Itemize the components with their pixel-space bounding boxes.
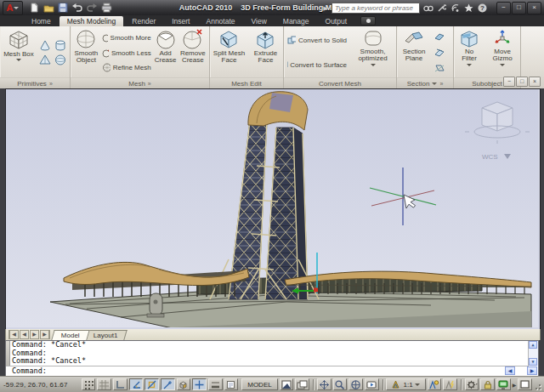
last-layout-button[interactable]: ▶	[40, 330, 50, 339]
communication-center-icon[interactable]	[450, 3, 461, 14]
drawing-minimize-button[interactable]: −	[503, 77, 515, 87]
undo-button[interactable]	[71, 3, 83, 13]
command-input-line[interactable]: Command: ◀ ▶	[6, 366, 538, 376]
osnap-toggle[interactable]	[144, 378, 159, 390]
smooth-more-button[interactable]: Smooth More	[100, 33, 153, 43]
ribbon-minimize-button[interactable]	[360, 16, 376, 26]
smooth-object-button[interactable]: Smooth Object	[72, 28, 100, 77]
panel-expander-icon[interactable]: »	[49, 81, 53, 87]
polar-toggle[interactable]	[129, 378, 144, 390]
application-menu-button[interactable]: A	[3, 1, 23, 15]
mesh-box-button[interactable]: Mesh Box	[2, 28, 36, 77]
quick-view-layouts-button[interactable]	[280, 378, 294, 390]
add-jog-button[interactable]	[434, 45, 445, 60]
mesh-cone-button[interactable]	[38, 39, 52, 52]
prev-layout-button[interactable]: ◀	[20, 330, 29, 339]
lwt-toggle[interactable]	[208, 378, 223, 390]
scroll-up-icon[interactable]: ▲	[529, 341, 537, 349]
remove-crease-button[interactable]: Remove Crease	[178, 28, 207, 77]
show-motion-button[interactable]	[365, 378, 379, 390]
panel-title-convert-mesh[interactable]: Convert Mesh	[284, 77, 396, 88]
next-layout-button[interactable]: ▶	[30, 330, 39, 339]
tab-manage[interactable]: Manage	[275, 16, 317, 26]
pan-button[interactable]	[317, 378, 332, 390]
drawing-restore-button[interactable]: □	[516, 77, 528, 87]
open-file-button[interactable]	[42, 3, 54, 13]
search-arrow-icon[interactable]: ▶	[322, 3, 329, 14]
command-scrollbar[interactable]: ▲ ▼	[528, 341, 538, 366]
drawing-viewport[interactable]: WCS	[5, 88, 541, 330]
panel-title-primitives[interactable]: Primitives »	[0, 77, 70, 88]
tab-model[interactable]: Model	[51, 330, 89, 340]
zoom-button[interactable]	[333, 378, 348, 390]
extrude-face-button[interactable]: Extrude Face	[250, 28, 281, 77]
mesh-cylinder-button[interactable]	[54, 39, 67, 52]
toolbar-lock-button[interactable]	[480, 378, 495, 390]
plot-button[interactable]	[100, 3, 112, 13]
tab-view[interactable]: View	[244, 16, 275, 26]
add-crease-button[interactable]: Add Crease	[153, 28, 178, 77]
scroll-right-icon[interactable]: ▶	[527, 366, 537, 375]
panel-expander-icon[interactable]: »	[439, 81, 443, 87]
mesh-sphere-button[interactable]	[54, 54, 67, 66]
convert-to-solid-button[interactable]: Convert to Solid	[286, 36, 348, 45]
redo-button[interactable]	[86, 3, 98, 13]
no-filter-button[interactable]: No Filter	[456, 28, 483, 77]
favorites-star-icon[interactable]	[463, 3, 474, 14]
first-layout-button[interactable]: ◀	[8, 330, 19, 339]
tab-output[interactable]: Output	[318, 16, 355, 26]
refine-mesh-button[interactable]: Refine Mesh	[100, 63, 153, 72]
save-button[interactable]	[57, 3, 69, 13]
live-section-button[interactable]	[434, 29, 445, 44]
restore-button[interactable]: □	[512, 2, 526, 14]
tab-insert[interactable]: Insert	[164, 16, 197, 26]
scroll-down-icon[interactable]: ▼	[529, 358, 537, 366]
command-window-grip[interactable]	[6, 341, 10, 366]
annotation-autoscale-button[interactable]	[443, 378, 457, 390]
tab-layout1[interactable]: Layout1	[83, 330, 128, 340]
resize-grip[interactable]	[534, 379, 541, 389]
convert-to-surface-button[interactable]: Convert to Surface	[286, 60, 348, 70]
search-input[interactable]	[332, 3, 420, 14]
snap-toggle[interactable]	[82, 378, 96, 390]
ortho-toggle[interactable]	[113, 378, 128, 390]
model-space-button[interactable]: MODEL	[241, 378, 277, 390]
workspace-switching-button[interactable]	[465, 378, 479, 390]
annotation-visibility-button[interactable]	[428, 378, 442, 390]
close-button[interactable]: ×	[527, 2, 541, 14]
help-icon[interactable]: ?	[477, 3, 488, 14]
panel-expander-icon[interactable]: »	[148, 81, 151, 87]
dyn-toggle[interactable]	[192, 378, 207, 390]
section-plane-button[interactable]: Section Plane	[399, 28, 429, 77]
minimize-button[interactable]: −	[496, 2, 511, 14]
panel-title-section[interactable]: Section »	[397, 77, 453, 88]
command-window[interactable]: Command: *Cancel* Command: Command: *Can…	[5, 340, 539, 377]
new-file-button[interactable]	[28, 3, 40, 13]
mesh-pyramid-button[interactable]	[38, 54, 52, 66]
drawing-close-button[interactable]: ×	[529, 77, 541, 87]
subscription-center-icon[interactable]	[436, 3, 447, 14]
grid-toggle[interactable]	[97, 378, 111, 390]
panel-title-mesh-edit[interactable]: Mesh Edit	[210, 77, 283, 88]
smooth-optimized-button[interactable]: Smooth, optimized	[351, 28, 394, 77]
section-dropdown-icon[interactable]	[432, 82, 437, 85]
panel-title-mesh[interactable]: Mesh »	[71, 77, 209, 88]
split-mesh-face-button[interactable]: Split Mesh Face	[212, 28, 246, 77]
coordinates-readout[interactable]: -59.29, 26.70, 61.67	[3, 381, 80, 389]
tab-annotate[interactable]: Annotate	[198, 16, 242, 26]
ducs-toggle[interactable]	[177, 378, 191, 390]
qp-toggle[interactable]	[224, 378, 239, 390]
steering-wheel-button[interactable]	[348, 378, 363, 390]
tab-mesh-modeling[interactable]: Mesh Modeling	[60, 16, 124, 26]
smooth-less-button[interactable]: Smooth Less	[100, 48, 153, 58]
search-binoculars-icon[interactable]	[422, 3, 434, 14]
move-gizmo-button[interactable]: Move Gizmo	[486, 28, 518, 77]
otrack-toggle[interactable]	[161, 378, 175, 390]
clean-screen-button[interactable]	[518, 378, 532, 390]
tab-home[interactable]: Home	[24, 16, 59, 26]
status-menu-arrow-icon[interactable]: ▶	[513, 382, 517, 388]
quick-view-drawings-button[interactable]	[295, 378, 309, 390]
scroll-left-icon[interactable]: ◀	[505, 366, 515, 375]
performance-tuner-button[interactable]	[496, 378, 511, 390]
tab-render[interactable]: Render	[124, 16, 163, 26]
